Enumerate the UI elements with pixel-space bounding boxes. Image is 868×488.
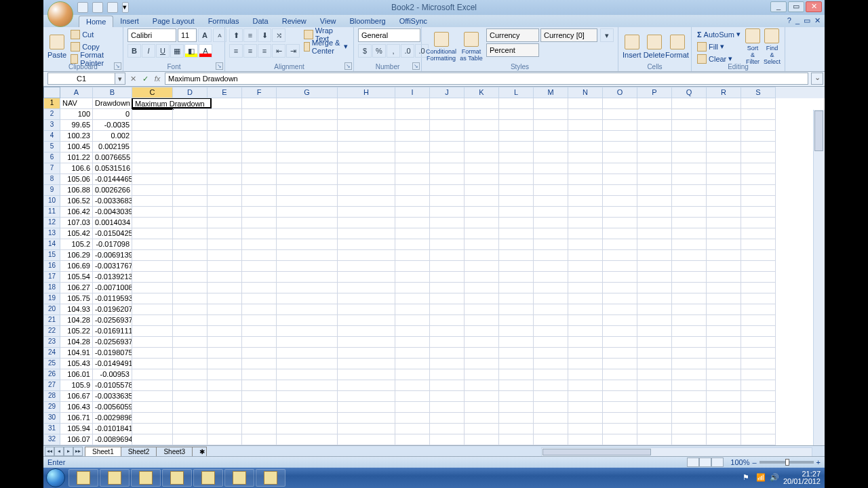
- align-middle-button[interactable]: ≡: [243, 28, 257, 42]
- cell[interactable]: [741, 304, 776, 315]
- cell[interactable]: [568, 196, 603, 207]
- cell[interactable]: [242, 131, 277, 142]
- cell[interactable]: [132, 120, 173, 131]
- cell[interactable]: Drawdown: [93, 98, 132, 109]
- cell[interactable]: [568, 283, 603, 293]
- cell[interactable]: 0.002: [93, 131, 132, 142]
- cell[interactable]: [430, 326, 465, 337]
- tab-formulas[interactable]: Formulas: [201, 16, 246, 27]
- cell[interactable]: [208, 142, 242, 152]
- cell[interactable]: [707, 315, 741, 326]
- cell[interactable]: [707, 109, 741, 120]
- cell[interactable]: -0.0149491: [93, 359, 132, 369]
- taskbar-app-skype[interactable]: [193, 469, 223, 487]
- cell[interactable]: [637, 348, 672, 359]
- cell[interactable]: [242, 250, 277, 261]
- cell[interactable]: [707, 174, 741, 185]
- cell[interactable]: [707, 304, 741, 315]
- style-currency0[interactable]: Currency [0]: [540, 28, 597, 42]
- cell[interactable]: [173, 391, 208, 402]
- cell[interactable]: [568, 218, 603, 228]
- cell[interactable]: [430, 239, 465, 250]
- cell[interactable]: [707, 359, 741, 369]
- cell[interactable]: [173, 348, 208, 359]
- cell[interactable]: [395, 120, 430, 131]
- alignment-dialog-launcher[interactable]: ↘: [344, 62, 352, 70]
- cell[interactable]: [465, 359, 499, 369]
- cell[interactable]: [395, 424, 430, 434]
- cell[interactable]: [208, 152, 242, 163]
- cell[interactable]: [499, 207, 534, 218]
- cell[interactable]: [132, 109, 173, 120]
- cell[interactable]: [173, 250, 208, 261]
- cell[interactable]: [465, 337, 499, 348]
- cell[interactable]: [603, 185, 637, 196]
- row-header[interactable]: 30: [43, 413, 60, 424]
- cell[interactable]: 104.28: [60, 337, 93, 348]
- cell[interactable]: [395, 228, 430, 239]
- cell[interactable]: [672, 196, 707, 207]
- bold-button[interactable]: B: [127, 44, 141, 58]
- row-header[interactable]: 27: [43, 380, 60, 391]
- cell[interactable]: [534, 196, 568, 207]
- cell[interactable]: [132, 369, 173, 380]
- cell[interactable]: [672, 402, 707, 413]
- cell[interactable]: [208, 163, 242, 174]
- cell[interactable]: [242, 369, 277, 380]
- cell[interactable]: [277, 369, 338, 380]
- cell[interactable]: 106.07: [60, 434, 93, 445]
- cell[interactable]: [242, 348, 277, 359]
- cell[interactable]: [132, 304, 173, 315]
- cell[interactable]: [499, 434, 534, 445]
- cell[interactable]: [208, 261, 242, 272]
- vscroll-thumb[interactable]: [814, 110, 823, 151]
- cell[interactable]: [741, 98, 776, 109]
- cell[interactable]: [499, 337, 534, 348]
- row-header[interactable]: 7: [43, 163, 60, 174]
- cell[interactable]: [603, 250, 637, 261]
- decrease-indent-button[interactable]: ⇤: [272, 44, 285, 58]
- cell[interactable]: [132, 402, 173, 413]
- clipboard-dialog-launcher[interactable]: ↘: [114, 62, 121, 70]
- font-dialog-launcher[interactable]: ↘: [216, 62, 223, 70]
- row-header[interactable]: 15: [43, 250, 60, 261]
- help-icon[interactable]: ?: [787, 16, 791, 25]
- cell[interactable]: [430, 261, 465, 272]
- cell[interactable]: [499, 131, 534, 142]
- cell[interactable]: [173, 380, 208, 391]
- cell[interactable]: [637, 120, 672, 131]
- cell[interactable]: -0.0035: [93, 120, 132, 131]
- cell[interactable]: [277, 337, 338, 348]
- qat-undo-icon[interactable]: [92, 2, 103, 13]
- cell[interactable]: [208, 402, 242, 413]
- cell[interactable]: 106.88: [60, 185, 93, 196]
- cell[interactable]: [637, 163, 672, 174]
- tab-review[interactable]: Review: [275, 16, 313, 27]
- cell[interactable]: [430, 163, 465, 174]
- cell[interactable]: [637, 250, 672, 261]
- cell[interactable]: [173, 293, 208, 304]
- align-left-button[interactable]: ≡: [229, 44, 243, 58]
- qat-more-icon[interactable]: ▾: [122, 2, 129, 13]
- cell[interactable]: [534, 163, 568, 174]
- cell[interactable]: [672, 228, 707, 239]
- cell[interactable]: [430, 369, 465, 380]
- cell[interactable]: [338, 196, 395, 207]
- cell[interactable]: -0.0043039: [93, 207, 132, 218]
- cell[interactable]: 106.27: [60, 283, 93, 293]
- cell[interactable]: [430, 315, 465, 326]
- cell[interactable]: [499, 272, 534, 283]
- cell[interactable]: [132, 348, 173, 359]
- hscroll-thumb[interactable]: [542, 449, 651, 455]
- cell[interactable]: [277, 391, 338, 402]
- cell[interactable]: [568, 261, 603, 272]
- cell[interactable]: [568, 120, 603, 131]
- column-header-D[interactable]: D: [173, 87, 208, 98]
- cell[interactable]: [242, 218, 277, 228]
- cell[interactable]: [430, 304, 465, 315]
- cell[interactable]: [568, 142, 603, 152]
- cell[interactable]: [741, 369, 776, 380]
- font-size-combo[interactable]: 11: [178, 28, 197, 42]
- cell[interactable]: [603, 293, 637, 304]
- grow-font-button[interactable]: A: [198, 28, 212, 42]
